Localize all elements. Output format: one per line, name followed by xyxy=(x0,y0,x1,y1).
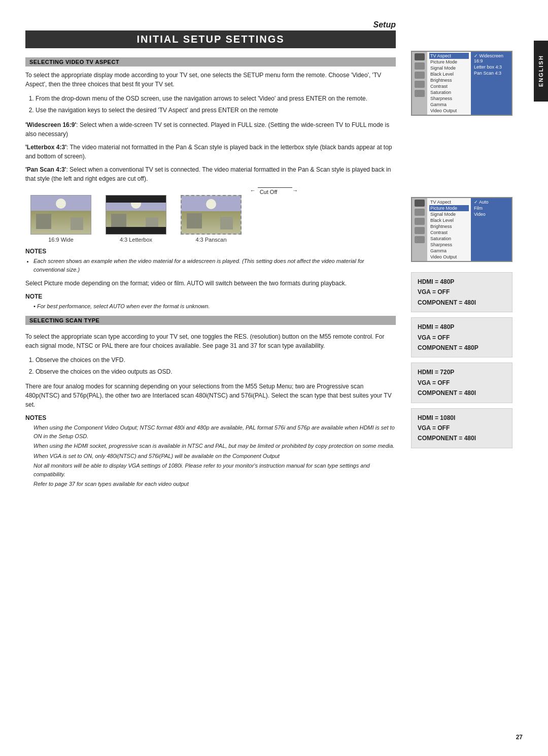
tv-menu-item-contrast: Contrast xyxy=(429,83,469,89)
step-2: Use the navigation keys to select the de… xyxy=(36,106,396,115)
cut-off-arrow-right: → xyxy=(292,187,298,195)
scan-note-1: When using the HDMI socket, progressive … xyxy=(33,442,396,450)
notes-header-1: NOTES xyxy=(25,248,396,255)
cut-off-diagram: ← Cut Off → 16:9 Wide xyxy=(25,187,396,243)
tv-menu-1-items: TV Aspect Picture Mode Signal Mode Black… xyxy=(427,52,471,115)
panscan-desc-text: : Select when a conventional TV set is c… xyxy=(25,166,391,182)
scan-box-2: HDMI = 480P VGA = OFF COMPONENT = 480P xyxy=(411,317,512,357)
tv-menu-item-picture-mode: Picture Mode xyxy=(429,59,469,65)
diagram-panscan-img xyxy=(181,195,242,235)
tv-menu-2-item-picture-mode: Picture Mode xyxy=(429,205,469,211)
section-header-scan-type: SELECTING SCAN TYPE xyxy=(25,316,396,325)
tv-menu-2-item-tv-aspect: TV Aspect xyxy=(429,199,469,205)
diagram-wide-img xyxy=(30,195,91,235)
diagrams-row: 16:9 Wide 4:3 Letterbox xyxy=(25,195,396,243)
scan-box-1-line-1: HDMI = 480P xyxy=(418,277,506,287)
scan-note-0: When using the Component Video Output; N… xyxy=(33,423,396,440)
letterbox-top-bar xyxy=(106,195,166,203)
tv-icon-5 xyxy=(415,90,425,97)
widescreen-term: 'Widescreen 16:9' xyxy=(25,121,76,128)
building-right xyxy=(71,217,83,230)
cut-off-label-row: ← Cut Off → xyxy=(152,187,396,195)
widescreen-desc: 'Widescreen 16:9': Select when a wide-sc… xyxy=(25,120,396,139)
scan-type-body: There are four analog modes for scanning… xyxy=(25,382,396,409)
tv-menu-2-item-gamma: Gamma xyxy=(429,248,469,254)
tv-icon-2 xyxy=(415,62,425,70)
scan-type-intro: To select the appropriate scan type acco… xyxy=(25,332,396,350)
scan-type-steps: Observe the choices on the VFD. Observe … xyxy=(36,355,396,377)
tv-menu-2-item-signal-mode: Signal Mode xyxy=(429,211,469,217)
english-label: ENGLISH xyxy=(534,41,548,102)
tv-icon-2-5 xyxy=(415,236,425,243)
step-1: From the drop-down menu of the OSD scree… xyxy=(36,94,396,104)
diagram-letterbox: 4:3 Letterbox xyxy=(106,195,166,243)
tv-menu-2-item-black-level: Black Level xyxy=(429,217,469,223)
tv-menu-2-item-brightness: Brightness xyxy=(429,223,469,229)
tv-icon-1 xyxy=(415,53,425,60)
tv-menu-2-item-contrast: Contrast xyxy=(429,229,469,236)
scan-notes-list: When using the Component Video Output; N… xyxy=(25,423,396,488)
tv-menu-item-signal-mode: Signal Mode xyxy=(429,65,469,71)
scan-box-2-line-1: HDMI = 480P xyxy=(418,322,506,332)
picture-mode-text: Select Picture mode depending on the for… xyxy=(25,279,396,288)
scan-box-4: HDMI = 1080I VGA = OFF COMPONENT = 480I xyxy=(411,408,512,448)
diagram-wide: 16:9 Wide xyxy=(30,195,91,243)
scan-note-4: Refer to page 37 for scan types availabl… xyxy=(33,480,396,488)
section-header-video-aspect: SELECTING VIDEO TV ASPECT xyxy=(25,57,396,67)
tv-menu-item-sharpness: Sharpness xyxy=(429,95,469,102)
tv-menu-1-inner: TV Aspect Picture Mode Signal Mode Black… xyxy=(412,52,511,115)
scan-step-2: Observe the choices on the video outputs… xyxy=(36,367,396,377)
right-panel: TV Aspect Picture Mode Signal Mode Black… xyxy=(406,20,523,726)
tv-menu-2-icons xyxy=(412,198,427,261)
tv-menu-item-gamma: Gamma xyxy=(429,102,469,108)
tv-submenu-video: Video xyxy=(473,211,509,217)
tv-submenu-auto: Auto xyxy=(473,199,509,205)
notes-list-1: Each screen shows an example when the vi… xyxy=(33,257,396,274)
tv-icon-2-2 xyxy=(415,209,425,216)
wide-scene xyxy=(31,195,91,234)
scan-box-3-line-1: HDMI = 720P xyxy=(418,367,506,377)
page-title: INITIAL SETUP SETTINGS xyxy=(25,30,396,48)
scan-box-4-line-1: HDMI = 1080I xyxy=(418,413,506,423)
tv-menu-1-icons xyxy=(412,52,427,115)
tv-icon-2-1 xyxy=(415,200,425,207)
scan-box-2-line-2: VGA = OFF xyxy=(418,333,506,343)
letterbox-desc: 'Letterbox 4:3': The video material not … xyxy=(25,143,396,161)
panscan-desc: 'Pan Scan 4:3': Select when a convention… xyxy=(25,165,396,183)
sun-shape xyxy=(56,199,66,209)
tv-submenu-panscan: Pan Scan 4:3 xyxy=(473,70,509,76)
scan-step-1: Observe the choices on the VFD. xyxy=(36,355,396,365)
scan-note-3: Not all monitors will be able to display… xyxy=(33,462,396,478)
tv-menu-1: TV Aspect Picture Mode Signal Mode Black… xyxy=(411,51,512,116)
tv-icon-2-4 xyxy=(415,227,425,234)
wide-label: 16:9 Wide xyxy=(30,237,91,243)
letterbox-bottom-bar xyxy=(106,227,166,234)
main-content: Setup INITIAL SETUP SETTINGS SELECTING V… xyxy=(25,20,406,726)
scan-box-1-line-2: VGA = OFF xyxy=(418,287,506,297)
tv-menu-item-tv-aspect: TV Aspect xyxy=(429,53,469,59)
tv-menu-2-items: TV Aspect Picture Mode Signal Mode Black… xyxy=(427,198,471,261)
panscan-term: 'Pan Scan 4:3' xyxy=(25,166,66,173)
cut-off-label: Cut Off xyxy=(258,187,293,195)
scan-box-4-line-2: VGA = OFF xyxy=(418,423,506,433)
video-aspect-intro: To select the appropriate display mode a… xyxy=(25,71,396,89)
note-single-1: For best performance, select AUTO when e… xyxy=(33,302,396,311)
scan-box-4-line-3: COMPONENT = 480I xyxy=(418,433,506,443)
letterbox-term: 'Letterbox 4:3' xyxy=(25,144,66,151)
tv-menu-item-video-output: Video Output xyxy=(429,108,469,114)
sun-shape-3 xyxy=(206,199,216,209)
panscan-scene xyxy=(182,196,241,234)
tv-icon-3 xyxy=(415,72,425,79)
note-item-1: Each screen shows an example when the vi… xyxy=(33,257,396,274)
scan-box-2-line-3: COMPONENT = 480P xyxy=(418,343,506,353)
letterbox-label: 4:3 Letterbox xyxy=(106,237,166,243)
building-left-3 xyxy=(187,213,202,228)
note-header-2: NOTE xyxy=(25,293,396,300)
scan-note-2: When VGA is set to ON, only 480i(NTSC) a… xyxy=(33,452,396,461)
tv-menu-2-item-sharpness: Sharpness xyxy=(429,242,469,248)
notes-header-scan: NOTES xyxy=(25,414,396,421)
scan-box-3-line-3: COMPONENT = 480I xyxy=(418,388,506,398)
tv-menu-2: TV Aspect Picture Mode Signal Mode Black… xyxy=(411,197,512,262)
tv-menu-2-item-video-output: Video Output xyxy=(429,254,469,260)
cut-off-text: ← xyxy=(250,187,256,195)
